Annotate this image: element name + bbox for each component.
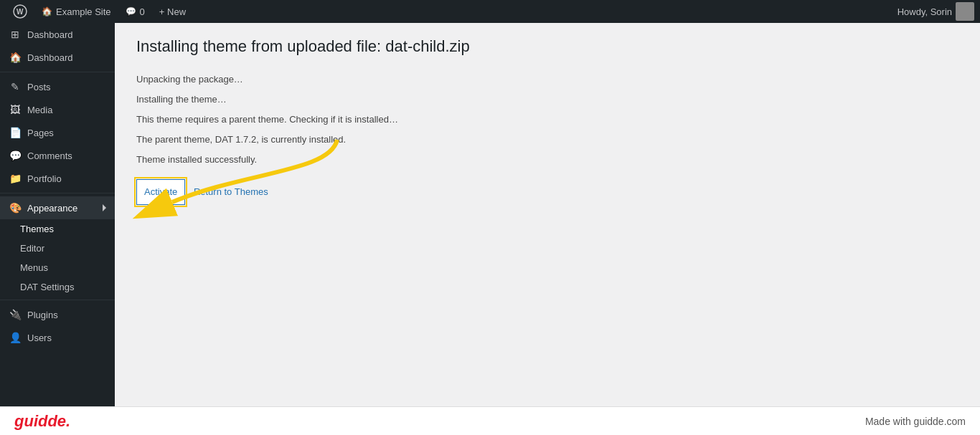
sidebar-submenu-menus[interactable]: Menus [0, 258, 115, 277]
sidebar-item-dashboard2[interactable]: 🏠 Dashboard [0, 46, 115, 69]
adminbar-right: Howdy, Sorin [897, 2, 974, 21]
sidebar-submenu-themes[interactable]: Themes [0, 219, 115, 239]
page-title: Installing theme from uploaded file: dat… [136, 37, 958, 56]
site-name-item[interactable]: 🏠 Example Site [34, 0, 118, 23]
comments-icon: 💬 [9, 150, 22, 161]
sidebar-submenu-dat-settings[interactable]: DAT Settings [0, 277, 115, 297]
log-line-4: The parent theme, DAT 1.7.2, is currentl… [136, 130, 958, 149]
wp-logo-item[interactable]: W [6, 0, 34, 23]
submenu-label-editor: Editor [20, 243, 44, 254]
svg-text:W: W [17, 8, 24, 16]
log-line-2: Installing the theme… [136, 90, 958, 109]
comments-item[interactable]: 💬 0 [118, 0, 152, 23]
new-item[interactable]: + New [152, 0, 193, 23]
sidebar-label-posts: Posts [27, 82, 51, 92]
new-label: + New [159, 6, 186, 17]
user-avatar[interactable] [956, 2, 974, 21]
sidebar-item-pages[interactable]: 📄 Pages [0, 121, 115, 144]
admin-bar: W 🏠 Example Site 💬 0 + New Howdy, Sorin [0, 0, 980, 23]
sidebar-label-plugins: Plugins [27, 310, 58, 320]
site-name: Example Site [56, 6, 111, 17]
guidde-tagline: Made with guidde.com [865, 416, 966, 427]
dashboard1-icon: ⊞ [9, 29, 22, 40]
separator1 [0, 72, 115, 72]
sidebar-item-posts[interactable]: ✎ Posts [0, 75, 115, 98]
pages-icon: 📄 [9, 127, 22, 138]
bottom-bar: guidde. Made with guidde.com [0, 406, 980, 435]
log-line-1: Unpacking the package… [136, 70, 958, 89]
sidebar-label-appearance: Appearance [27, 203, 77, 214]
appearance-arrow-icon [103, 204, 106, 211]
sidebar-label-pages: Pages [27, 128, 54, 138]
media-icon: 🖼 [9, 104, 22, 115]
comments-count: 0 [140, 6, 145, 17]
separator2 [0, 193, 115, 193]
guidde-logo: guidde. [14, 412, 70, 431]
sidebar-label-portfolio: Portfolio [27, 173, 62, 184]
sidebar-item-plugins[interactable]: 🔌 Plugins [0, 303, 115, 326]
sidebar-label-dashboard1: Dashboard [27, 29, 73, 40]
sidebar-label-media: Media [27, 105, 52, 115]
howdy-text: Howdy, Sorin [897, 6, 952, 17]
return-to-themes-link[interactable]: Return to Themes [194, 186, 268, 197]
portfolio-icon: 📁 [9, 173, 22, 184]
adminbar-left: W 🏠 Example Site 💬 0 + New [6, 0, 193, 23]
main-content: Installing theme from uploaded file: dat… [115, 23, 980, 406]
log-line-3: This theme requires a parent theme. Chec… [136, 110, 958, 129]
sidebar-label-comments: Comments [27, 150, 72, 161]
separator3 [0, 300, 115, 300]
dashboard2-icon: 🏠 [9, 52, 22, 63]
wordpress-icon: W [13, 4, 27, 19]
submenu-label-dat-settings: DAT Settings [20, 282, 74, 292]
appearance-icon: 🎨 [9, 202, 22, 214]
sidebar-label-users: Users [27, 333, 52, 343]
sidebar-submenu-editor[interactable]: Editor [0, 239, 115, 258]
log-line-5: Theme installed successfully. [136, 150, 958, 169]
sidebar-label-dashboard2: Dashboard [27, 52, 73, 63]
sidebar-item-appearance[interactable]: 🎨 Appearance [0, 196, 115, 219]
submenu-label-menus: Menus [20, 262, 48, 273]
admin-sidebar: ⊞ Dashboard 🏠 Dashboard ✎ Posts 🖼 Media … [0, 23, 115, 406]
posts-icon: ✎ [9, 81, 22, 92]
sidebar-item-media[interactable]: 🖼 Media [0, 98, 115, 121]
install-log: Unpacking the package… Installing the th… [136, 70, 958, 205]
activate-button[interactable]: Activate [136, 179, 185, 205]
sidebar-item-dashboard1[interactable]: ⊞ Dashboard [0, 23, 115, 46]
sidebar-item-users[interactable]: 👤 Users [0, 326, 115, 349]
sidebar-item-portfolio[interactable]: 📁 Portfolio [0, 167, 115, 190]
submenu-label-themes: Themes [20, 224, 54, 234]
plugins-icon: 🔌 [9, 309, 22, 320]
sidebar-item-comments[interactable]: 💬 Comments [0, 144, 115, 167]
users-icon: 👤 [9, 332, 22, 343]
